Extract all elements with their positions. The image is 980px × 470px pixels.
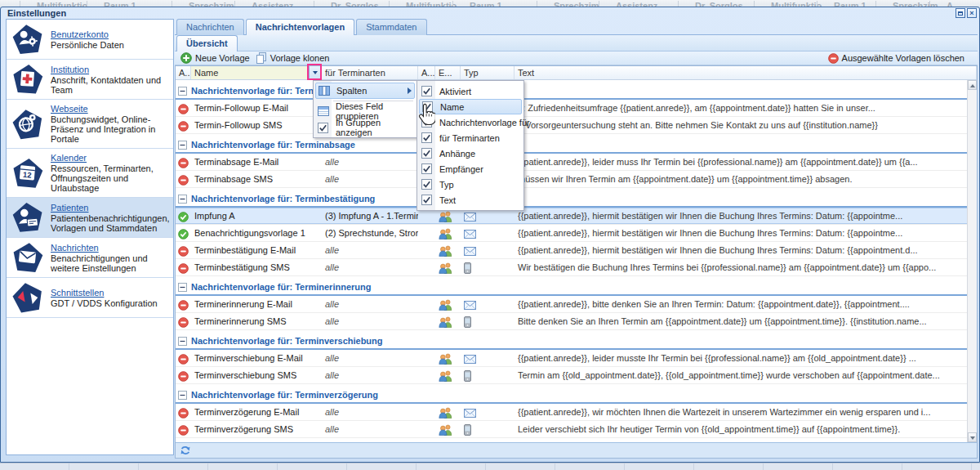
- table-row[interactable]: Terminabsage SMSallemüssen wir Ihren Ter…: [176, 171, 967, 188]
- window-title: Einstellungen: [7, 8, 66, 18]
- collapse-icon[interactable]: [178, 283, 187, 292]
- table-row[interactable]: Benachrichtigungsvorlage 1(2) Sprechstun…: [176, 225, 967, 242]
- scroll-up-button[interactable]: [968, 80, 977, 90]
- collapse-icon[interactable]: [178, 337, 187, 346]
- sidebar-item-subtitle: GDT / VDDS Konfiguration: [51, 298, 158, 308]
- sidebar-item-title[interactable]: Institution: [51, 65, 168, 74]
- group-header-label: Nachrichtenvorlage für: Terminbestätigun…: [191, 194, 375, 204]
- grid-header: A... Name für Terminarten A... E... Typ …: [176, 66, 977, 80]
- checkbox-checked-icon: [421, 148, 436, 159]
- table-row[interactable]: Termin-Followup SMSallee Vorsorgeuntersu…: [176, 117, 967, 134]
- table-row[interactable]: Terminbestätigung E-Mailalle{{patient.an…: [176, 242, 967, 259]
- close-button[interactable]: ×: [967, 8, 977, 18]
- arrow-down-icon: [970, 436, 975, 440]
- submenu-item-label: Typ: [439, 180, 454, 190]
- column-header-terminarten[interactable]: für Terminarten: [322, 66, 418, 79]
- submenu-item-empf-nger[interactable]: Empfänger: [419, 161, 522, 177]
- collapse-icon[interactable]: [178, 391, 187, 400]
- table-row[interactable]: Terminbestätigung SMSalleWir bestätigen …: [176, 259, 967, 276]
- sidebar-item-subtitle: Buchungswidget, Online-Präsenz und Integ…: [51, 114, 155, 144]
- refresh-button[interactable]: [180, 445, 191, 456]
- sidebar-item-institution[interactable]: InstitutionAnschrift, Kontaktdaten und T…: [7, 60, 173, 100]
- terminarten-value: alle: [322, 316, 418, 326]
- checkbox-checked-icon: [421, 163, 436, 174]
- scroll-down-button[interactable]: [968, 432, 977, 442]
- tab-nachrichtenvorlagen[interactable]: Nachrichtenvorlagen: [246, 19, 354, 35]
- inactive-icon: [178, 175, 191, 186]
- group-header[interactable]: Nachrichtenvorlage für: Terminverzögerun…: [176, 387, 967, 404]
- table-row[interactable]: Terminerinnerung SMSalleBitte denken Sie…: [176, 313, 967, 330]
- terminarten-value: alle: [322, 424, 418, 434]
- column-header-text[interactable]: Text: [514, 66, 977, 79]
- recipient-patient-icon: [439, 262, 461, 274]
- sidebar-item-kalender[interactable]: 12KalenderRessourcen, Terminarten, Öffnu…: [7, 149, 173, 198]
- template-text: Wir bestätigen die Buchung Ihres Termins…: [514, 262, 967, 272]
- table-row[interactable]: Termin-Followup E-Mailalle1: Zufriedenhe…: [176, 100, 967, 117]
- submenu-item-f-r-terminarten[interactable]: für Terminarten: [419, 130, 522, 145]
- new-template-button[interactable]: Neue Vorlage: [180, 52, 250, 64]
- submenu-item-text[interactable]: Text: [419, 192, 522, 208]
- column-header-typ[interactable]: Typ: [461, 66, 514, 79]
- sidebar-item-title[interactable]: Schnittstellen: [51, 288, 158, 298]
- sidebar-item-subtitle: Anschrift, Kontaktdaten und Team: [51, 75, 161, 95]
- email-icon: [464, 247, 514, 256]
- template-name: Terminverschiebung E-Mail: [191, 353, 322, 363]
- collapse-icon[interactable]: [178, 195, 187, 204]
- template-text: {{patient.anrede}}, hiermit bestätigen w…: [514, 245, 967, 255]
- group-header[interactable]: Nachrichtenvorlage für: Termin-Followup: [176, 83, 967, 100]
- tab-nachrichten[interactable]: Nachrichten: [176, 19, 244, 35]
- group-header[interactable]: Nachrichtenvorlage für: Terminabsage: [176, 137, 967, 154]
- column-header-empfaenger[interactable]: E...: [435, 66, 461, 79]
- restore-button[interactable]: [956, 8, 965, 18]
- table-row[interactable]: Terminverschiebung SMSalleTermin am {{ol…: [176, 367, 967, 384]
- patients-icon: [11, 202, 44, 233]
- table-row[interactable]: Terminverzögerung SMSalleLeider verschie…: [176, 421, 967, 438]
- template-text: 1: Zufriedenheitsumfrage {{patient.anred…: [514, 103, 967, 113]
- recipient-patient-icon: [439, 228, 461, 239]
- active-icon: [178, 229, 191, 239]
- group-header[interactable]: Nachrichtenvorlage für: Terminverschiebu…: [176, 333, 967, 350]
- sidebar-item-schnittstellen[interactable]: SchnittstellenGDT / VDDS Konfiguration: [7, 278, 173, 318]
- column-header-anhaenge[interactable]: A...: [418, 66, 435, 79]
- delete-selected-templates-button[interactable]: Ausgewählte Vorlagen löschen: [828, 53, 964, 64]
- table-row[interactable]: Terminverzögerung E-Mailalle{{patient.an…: [176, 404, 967, 421]
- toolbar: Neue Vorlage Vorlage klonen Ausgewählte …: [175, 51, 978, 65]
- sidebar-item-title[interactable]: Nachrichten: [51, 243, 168, 253]
- sidebar-item-nachrichten[interactable]: NachrichtenBenachrichtigungen und weiter…: [7, 238, 173, 278]
- sidebar-item-benutzerkonto[interactable]: BenutzerkontoPersönliche Daten: [7, 20, 173, 60]
- sidebar-item-webseite[interactable]: WebseiteBuchungswidget, Online-Präsenz u…: [7, 100, 173, 149]
- menu-item-dieses-feld-gruppieren[interactable]: Dieses Feld gruppieren: [315, 103, 415, 119]
- submenu-item-anh-nge[interactable]: Anhänge: [419, 145, 522, 161]
- menu-item-spalten[interactable]: Spalten: [315, 83, 415, 99]
- template-text: {{patient.anrede}}, hiermit bestätigen w…: [514, 211, 967, 221]
- interfaces-icon: [11, 282, 44, 313]
- submenu-item-typ[interactable]: Typ: [419, 177, 522, 192]
- table-row[interactable]: Terminverschiebung E-Mailalle{{patient.a…: [176, 350, 967, 367]
- terminarten-value: alle: [322, 262, 418, 272]
- terminarten-value: alle: [322, 299, 418, 309]
- grid-body: Nachrichtenvorlage für: Termin-FollowupT…: [176, 80, 967, 442]
- menu-item-in-gruppen-anzeigen[interactable]: In Gruppen anzeigen: [315, 119, 415, 136]
- table-row[interactable]: Terminerinnerung E-Mailalle{{patient.anr…: [176, 296, 967, 313]
- column-header-name[interactable]: Name: [191, 66, 322, 79]
- sidebar-item-title[interactable]: Webseite: [51, 104, 168, 114]
- tab-stammdaten[interactable]: Stammdaten: [356, 19, 426, 35]
- recipient-patient-icon: [439, 299, 461, 311]
- table-row[interactable]: Impfung A(3) Impfung A - 1.Termin, I...{…: [176, 208, 967, 225]
- institution-icon: [11, 64, 44, 95]
- column-header-aktiviert[interactable]: A...: [176, 66, 191, 79]
- collapse-icon[interactable]: [178, 141, 187, 150]
- tab-uebersicht[interactable]: Übersicht: [176, 35, 238, 51]
- table-row[interactable]: Terminabsage E-Mailalle{{patient.anrede}…: [176, 154, 967, 171]
- group-header[interactable]: Nachrichtenvorlage für: Terminerinnerung: [176, 280, 967, 296]
- group-header[interactable]: Nachrichtenvorlage für: Terminbestätigun…: [176, 191, 967, 208]
- sidebar-item-patienten[interactable]: PatientenPatientenbenachrichtigungen, Vo…: [7, 198, 173, 238]
- submenu-item-label: Nachrichtenvorlage für: [439, 118, 530, 128]
- sidebar-item-title[interactable]: Patienten: [51, 203, 170, 213]
- sidebar-item-title[interactable]: Kalender: [51, 153, 168, 163]
- sidebar-item-title[interactable]: Benutzerkonto: [51, 29, 124, 39]
- collapse-icon[interactable]: [178, 87, 187, 96]
- submenu-item-aktiviert[interactable]: Aktiviert: [419, 83, 522, 99]
- vertical-scrollbar[interactable]: [967, 80, 977, 442]
- clone-template-button[interactable]: Vorlage klonen: [256, 52, 330, 64]
